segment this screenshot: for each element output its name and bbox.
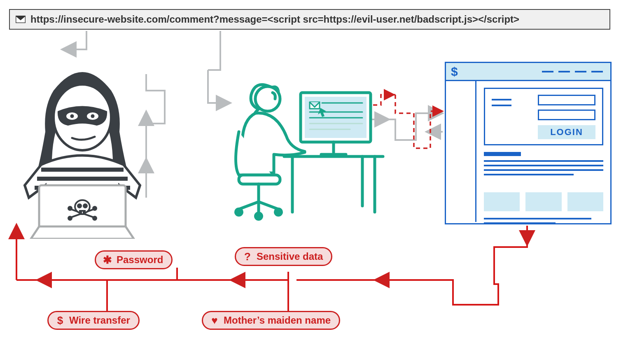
bank-title-bar: $ xyxy=(446,63,610,81)
stolen-wire-transfer-pill: $ Wire transfer xyxy=(47,311,140,330)
svg-rect-41 xyxy=(239,175,280,184)
stolen-maiden-name-pill: ♥ Mother’s maiden name xyxy=(202,311,340,330)
window-controls-placeholder xyxy=(542,71,603,72)
svg-point-21 xyxy=(84,204,87,208)
dollar-icon: $ xyxy=(55,315,65,326)
svg-marker-12 xyxy=(31,226,134,239)
heart-icon: ♥ xyxy=(210,315,219,326)
question-icon: ? xyxy=(243,251,252,262)
svg-point-5 xyxy=(70,114,74,118)
malicious-url-text: https://insecure-website.com/comment?mes… xyxy=(30,14,519,25)
username-field[interactable] xyxy=(538,95,595,105)
bank-content-cards xyxy=(484,192,603,211)
svg-point-17 xyxy=(68,207,72,210)
login-button[interactable]: LOGIN xyxy=(538,125,595,139)
stolen-password-label: Password xyxy=(117,254,163,266)
svg-line-46 xyxy=(239,202,259,209)
malicious-url-bar: https://insecure-website.com/comment?mes… xyxy=(9,9,610,30)
svg-line-48 xyxy=(259,202,278,209)
password-field[interactable] xyxy=(538,110,595,120)
bank-content-block xyxy=(484,152,603,178)
envelope-icon xyxy=(16,16,26,23)
stolen-sensitive-data-pill: ? Sensitive data xyxy=(235,247,332,266)
svg-point-6 xyxy=(91,114,95,118)
svg-point-18 xyxy=(93,207,96,210)
bank-sidebar xyxy=(446,81,476,222)
stolen-password-pill: ✱ Password xyxy=(95,250,173,269)
bank-login-card: LOGIN xyxy=(484,88,603,145)
bank-content-footer xyxy=(484,215,603,227)
svg-point-20 xyxy=(78,204,81,208)
asterisk-icon: ✱ xyxy=(103,254,112,265)
dollar-icon: $ xyxy=(451,65,458,79)
victim-illustration xyxy=(214,70,387,235)
attacker-illustration xyxy=(16,62,148,239)
stolen-sensitive-data-label: Sensitive data xyxy=(257,251,323,262)
svg-point-16 xyxy=(93,217,96,220)
stolen-wire-transfer-label: Wire transfer xyxy=(69,315,130,326)
stolen-maiden-name-label: Mother’s maiden name xyxy=(224,315,331,326)
svg-point-15 xyxy=(68,217,72,220)
bank-website-window: $ LOGIN xyxy=(445,62,612,224)
